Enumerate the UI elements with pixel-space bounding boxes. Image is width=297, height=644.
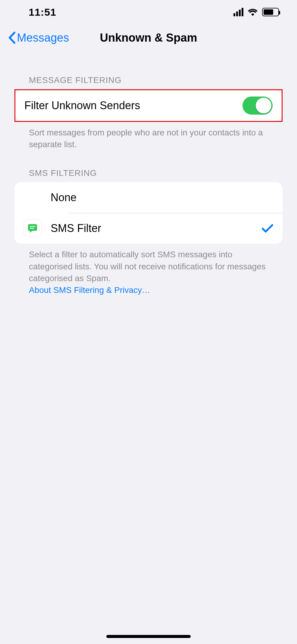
back-button[interactable]: Messages (0, 31, 69, 44)
home-indicator (106, 635, 191, 638)
status-indicators (233, 8, 279, 16)
annotation-highlight: Filter Unknown Senders (14, 89, 283, 122)
filter-unknown-senders-toggle[interactable] (242, 97, 273, 115)
chevron-left-icon (8, 31, 16, 44)
sms-filtering-footer-text: Select a filter to automatically sort SM… (29, 250, 266, 283)
message-filtering-group: MESSAGE FILTERING Filter Unknown Senders… (0, 51, 297, 150)
battery-icon (262, 8, 279, 16)
sms-filter-option-none[interactable]: None (14, 182, 283, 213)
message-filtering-header: MESSAGE FILTERING (14, 51, 283, 89)
sms-filter-app-icon (23, 219, 42, 237)
status-time: 11:51 (29, 6, 56, 18)
status-bar: 11:51 (0, 0, 297, 24)
back-label: Messages (17, 31, 69, 44)
filter-unknown-senders-label: Filter Unknown Senders (24, 99, 242, 112)
sms-filtering-header: SMS FILTERING (14, 150, 283, 182)
checkmark-icon (261, 223, 274, 233)
nav-bar: Messages Unknown & Spam (0, 24, 297, 51)
message-filtering-footer: Sort messages from people who are not in… (14, 122, 283, 150)
sms-filtering-footer: Select a filter to automatically sort SM… (14, 244, 283, 296)
sms-filter-option-smsfilter[interactable]: SMS Filter (14, 213, 283, 244)
sms-filter-option-none-label: None (51, 191, 274, 204)
sms-filtering-group: SMS FILTERING None SMS Filter (0, 150, 297, 296)
about-sms-filtering-link[interactable]: About SMS Filtering & Privacy… (29, 285, 150, 295)
cellular-signal-icon (233, 8, 243, 16)
wifi-icon (248, 8, 258, 16)
sms-filter-option-smsfilter-label: SMS Filter (51, 222, 261, 235)
filter-unknown-senders-row[interactable]: Filter Unknown Senders (15, 90, 282, 121)
